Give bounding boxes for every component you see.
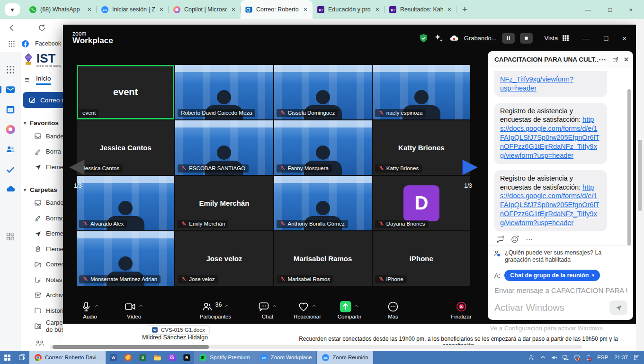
taskbar-icon-button[interactable]: X bbox=[135, 351, 150, 364]
clock[interactable]: 21:37 bbox=[613, 355, 629, 360]
zoom-maximize-button[interactable]: □ bbox=[604, 34, 608, 42]
toolbar-reaccionar-button[interactable]: Reaccionar bbox=[294, 300, 321, 319]
participant-tile[interactable]: Jose velozJose veloz bbox=[175, 231, 273, 286]
folder-item[interactable]: Notas bbox=[21, 272, 63, 288]
facebook-icon[interactable] bbox=[21, 40, 29, 48]
participant-tile[interactable]: Jessica CantosJessica Cantos bbox=[77, 120, 174, 175]
chat-link[interactable]: usp=header bbox=[500, 84, 601, 93]
browser-tab[interactable]: (68) WhatsApp× bbox=[25, 0, 97, 19]
folder-item[interactable]: Bande bbox=[21, 195, 63, 211]
new-mail-button[interactable]: Correo n bbox=[23, 92, 63, 108]
language-indicator[interactable]: ESP bbox=[596, 355, 609, 360]
toolbar-audio-button[interactable]: Audio bbox=[80, 300, 99, 319]
toolbar-compartir-button[interactable]: Compartir bbox=[338, 300, 361, 319]
folder-item[interactable]: Borrad bbox=[21, 210, 63, 226]
folder-item[interactable]: Correo bbox=[21, 257, 63, 273]
taskbar-app-button[interactable]: zmZoom Workplace bbox=[255, 351, 317, 364]
chat-close-icon[interactable]: × bbox=[624, 55, 628, 64]
folder-item[interactable]: Eleme bbox=[21, 159, 63, 175]
participant-tile[interactable]: DDayana Briones bbox=[373, 176, 470, 230]
participant-tile[interactable]: Alvarado Alex bbox=[77, 176, 174, 230]
participant-tile[interactable]: iPhoneiPhone bbox=[373, 231, 470, 286]
folder-item[interactable]: Eleme bbox=[21, 241, 63, 257]
chevron-up-icon[interactable] bbox=[312, 302, 317, 307]
folder-item[interactable]: Borra bbox=[21, 144, 63, 160]
participant-tile[interactable]: Roberto David Caicedo Meza bbox=[175, 65, 273, 119]
chevron-up-icon[interactable] bbox=[138, 302, 143, 307]
browser-tab[interactable]: Correo: Roberto Davi× bbox=[241, 0, 313, 19]
participant-tile[interactable]: naely espinoza bbox=[373, 65, 470, 119]
participant-tile[interactable]: Anthony Bonilla Gómez bbox=[274, 176, 372, 230]
chevron-up-icon[interactable] bbox=[354, 302, 359, 307]
emoji-reaction-icon[interactable] bbox=[511, 235, 519, 244]
sync-error-icon[interactable] bbox=[585, 354, 592, 361]
stop-recording-button[interactable] bbox=[520, 33, 533, 44]
new-tab-button[interactable]: + bbox=[462, 4, 467, 15]
chevron-up-icon[interactable] bbox=[272, 302, 277, 307]
view-button[interactable]: Vista bbox=[545, 34, 570, 42]
tab-search-button[interactable]: ▾ bbox=[5, 3, 20, 16]
apps-grid-icon[interactable] bbox=[8, 40, 16, 48]
taskbar-icon-button[interactable]: W bbox=[106, 351, 121, 364]
chat-input[interactable]: Enviar mensaje a CAPACITACION PARA U... bbox=[494, 286, 627, 294]
chat-more-icon[interactable]: ⋯ bbox=[599, 55, 607, 64]
browser-tab[interactable]: K!Resultados: Kahoot!× bbox=[385, 0, 456, 19]
security-alert-icon[interactable]: ! bbox=[573, 354, 581, 361]
toolbar-vídeo-button[interactable]: Vídeo bbox=[125, 300, 143, 319]
taskbar-app-button[interactable]: Correo: Roberto Davi... bbox=[29, 351, 106, 364]
pause-recording-button[interactable] bbox=[502, 33, 515, 44]
grid-icon[interactable] bbox=[5, 231, 16, 242]
browser-tab[interactable]: Copilot | Microsoft 36× bbox=[169, 0, 241, 19]
taskbar-icon-button[interactable] bbox=[150, 351, 165, 364]
page-scrollbar-thumb[interactable] bbox=[638, 140, 642, 211]
folder-item[interactable]: Eleme bbox=[21, 226, 63, 242]
refresh-icon[interactable] bbox=[37, 23, 46, 32]
tab-close-icon[interactable]: × bbox=[375, 6, 380, 13]
chat-link[interactable]: NFz_TiIfy9xg/viewform? bbox=[500, 75, 601, 84]
back-icon[interactable] bbox=[8, 23, 17, 32]
folder-item[interactable]: Bande bbox=[21, 128, 63, 144]
browser-restore-button[interactable]: □ bbox=[608, 6, 612, 13]
toolbar-chat-button[interactable]: Chat bbox=[258, 300, 277, 319]
browser-close-button[interactable]: × bbox=[629, 6, 633, 13]
notification-icon[interactable] bbox=[633, 354, 640, 361]
nav-item-inicio[interactable]: Inicio bbox=[36, 75, 51, 85]
page-scrollbar[interactable] bbox=[636, 19, 644, 351]
taskbar-app-button[interactable]: zmZoom Reunión bbox=[317, 351, 373, 364]
chat-scrollbar[interactable] bbox=[627, 89, 631, 246]
ai-companion-icon[interactable] bbox=[434, 33, 444, 43]
apps-grid-icon[interactable] bbox=[5, 64, 16, 75]
previous-page-arrow[interactable]: ◀ bbox=[69, 156, 84, 176]
calendar-icon[interactable] bbox=[5, 104, 16, 115]
shield-check-icon[interactable] bbox=[419, 33, 429, 43]
hamburger-icon[interactable]: ≡ bbox=[25, 75, 29, 85]
participant-tile[interactable]: Monserrate Martinez Adrian bbox=[77, 231, 174, 286]
participant-tile[interactable]: Gissela Dominguez bbox=[274, 65, 372, 119]
tab-close-icon[interactable]: × bbox=[87, 6, 92, 13]
reply-icon[interactable] bbox=[496, 235, 505, 244]
taskbar-icon-button[interactable]: B bbox=[179, 351, 194, 364]
taskbar-icon-button[interactable] bbox=[15, 351, 29, 364]
zoom-close-button[interactable]: × bbox=[622, 34, 626, 42]
toolbar-participantes-button[interactable]: 36Participantes bbox=[200, 300, 231, 319]
browser-minimize-button[interactable]: — bbox=[585, 6, 591, 13]
chevron-up-icon[interactable] bbox=[224, 302, 229, 307]
bookmark-label[interactable]: Facebook bbox=[35, 40, 61, 47]
taskbar-icon-button[interactable] bbox=[165, 351, 179, 364]
attachment-chip[interactable]: W CVS-015 G1.docx bbox=[147, 325, 210, 335]
folders-header[interactable]: ▾ Carpetas bbox=[24, 186, 63, 193]
todo-icon[interactable] bbox=[5, 164, 16, 174]
taskbar-icon-button[interactable] bbox=[0, 351, 15, 364]
people-tray-icon[interactable] bbox=[528, 354, 535, 361]
browser-tab[interactable]: K!Educación y promoci× bbox=[313, 0, 385, 19]
chevron-up-icon[interactable] bbox=[94, 302, 99, 307]
people-icon[interactable] bbox=[5, 144, 16, 155]
participant-tile[interactable]: Fanny Mosquera bbox=[274, 120, 372, 175]
groups-icon[interactable] bbox=[35, 338, 45, 348]
network-icon[interactable] bbox=[562, 354, 569, 361]
zoom-minimize-button[interactable]: — bbox=[582, 34, 590, 42]
copilot-icon[interactable] bbox=[5, 124, 16, 135]
mail-icon[interactable] bbox=[5, 84, 16, 95]
message-more-icon[interactable]: ⋯ bbox=[526, 235, 533, 244]
volume-icon[interactable] bbox=[551, 354, 558, 361]
